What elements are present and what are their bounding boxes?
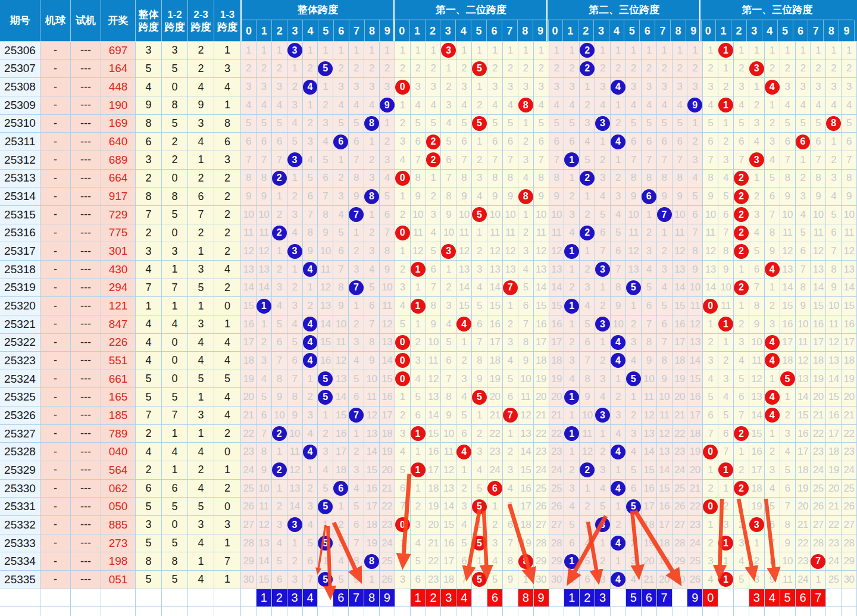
grid-cell: 18 (518, 516, 534, 534)
grid-cell: 1 (765, 96, 780, 115)
grid-cell: 10 (626, 206, 642, 224)
summary-cell: 4 (765, 589, 780, 607)
grid-cell: 2 (426, 151, 442, 170)
grid-cell: 13 (257, 261, 272, 279)
miss-count: 10 (289, 428, 300, 440)
miss-count: 2 (523, 62, 528, 74)
grid-cell: 1 (796, 151, 811, 170)
grid-cell: 12 (287, 461, 303, 480)
miss-count: 5 (338, 574, 343, 586)
miss-count: 2 (430, 190, 436, 202)
empty-cell (580, 607, 595, 616)
grid-cell: 4 (626, 96, 642, 115)
miss-count: 5 (292, 336, 298, 348)
grid-cell: 9 (349, 571, 364, 589)
grid-cell: 2 (303, 60, 318, 79)
grid-cell: 3 (595, 315, 611, 334)
miss-count: 2 (754, 190, 759, 202)
miss-count: 3 (292, 574, 298, 586)
miss-count: 10 (612, 318, 623, 330)
grid-cell: 7 (673, 151, 688, 170)
miss-count: 10 (443, 227, 454, 239)
miss-count: 12 (381, 318, 392, 330)
grid-cell: 6 (333, 480, 349, 498)
grid-cell: 4 (611, 206, 626, 224)
miss-count: 3 (615, 190, 621, 202)
grid-cell: 24 (534, 461, 549, 480)
grid-cell: 16 (657, 498, 673, 516)
grid-cell: 5 (318, 370, 333, 389)
grid-cell: 8 (580, 370, 595, 389)
miss-count: 3 (569, 483, 574, 495)
grid-cell: 1 (472, 407, 487, 425)
summary-empty-cell (101, 589, 136, 607)
miss-count: 4 (508, 99, 513, 111)
miss-count: 1 (338, 45, 343, 57)
miss-count: 3 (292, 99, 298, 111)
grid-cell: 1 (780, 42, 796, 60)
grid-cell: 15 (364, 461, 380, 480)
grid-cell: 9 (411, 187, 426, 206)
grid-cell: 1 (564, 315, 580, 334)
grid-cell: 8 (364, 187, 380, 206)
span-value-cell: 7 (136, 279, 162, 298)
summary-cell: 7 (657, 589, 673, 607)
machine-ball-cell: - (40, 425, 71, 443)
miss-count: 11 (459, 227, 469, 239)
grid-cell: 3 (780, 425, 796, 443)
grid-cell: 5 (349, 370, 364, 389)
miss-count: 24 (690, 537, 700, 549)
test-draw-cell: --- (71, 571, 101, 589)
miss-count: 6 (292, 355, 298, 367)
grid-cell: 1 (411, 315, 426, 334)
miss-count: 1 (569, 45, 574, 57)
grid-cell: 3 (580, 279, 595, 298)
miss-count: 12 (813, 245, 824, 257)
grid-cell: 1 (503, 425, 518, 443)
miss-count: 2 (354, 318, 359, 330)
miss-count: 5 (677, 117, 682, 129)
grid-cell: 2 (734, 315, 749, 334)
grid-cell: 17 (333, 443, 349, 461)
miss-count: 9 (354, 190, 359, 202)
grid-cell: 1 (318, 552, 333, 571)
miss-count: 6 (800, 245, 805, 257)
span-value-cell: 0 (162, 352, 188, 370)
grid-cell: 8 (318, 206, 333, 224)
miss-count: 23 (674, 446, 685, 458)
empty-cell (411, 607, 426, 616)
miss-count: 4 (492, 99, 498, 111)
span-ball: 4 (303, 353, 318, 368)
grid-cell: 21 (673, 407, 688, 425)
grid-cell: 3 (534, 78, 549, 96)
miss-count: 5 (415, 391, 421, 403)
grid-cell: 18 (796, 461, 811, 480)
miss-count: 13 (489, 264, 500, 276)
summary-empty-cell (136, 589, 162, 607)
miss-count: 13 (705, 264, 716, 276)
grid-cell: 15 (456, 297, 472, 315)
grid-cell: 2 (303, 480, 318, 498)
miss-count: 3 (785, 428, 790, 440)
grid-cell: 9 (765, 571, 780, 589)
grid-cell: 4 (703, 571, 718, 589)
span-value-cell: 5 (188, 370, 214, 389)
grid-cell: 3 (826, 170, 842, 188)
grid-cell: 1 (487, 42, 503, 60)
grid-cell: 6 (411, 133, 426, 151)
miss-count: 10 (520, 373, 531, 385)
grid-cell: 1 (626, 388, 642, 407)
grid-cell: 14 (687, 352, 703, 370)
miss-count: 18 (443, 574, 454, 586)
summary-cell: 1 (411, 589, 426, 607)
miss-count: 10 (828, 300, 839, 312)
miss-count: 19 (690, 446, 700, 458)
grid-cell: 8 (642, 334, 657, 352)
grid-cell: 3 (765, 315, 780, 334)
grid-cell: 2 (734, 461, 749, 480)
miss-count: 1 (569, 574, 574, 586)
miss-count: 9 (631, 190, 636, 202)
miss-count: 26 (536, 501, 546, 512)
grid-cell: 12 (642, 407, 657, 425)
span-value-cell: 1 (214, 461, 241, 480)
